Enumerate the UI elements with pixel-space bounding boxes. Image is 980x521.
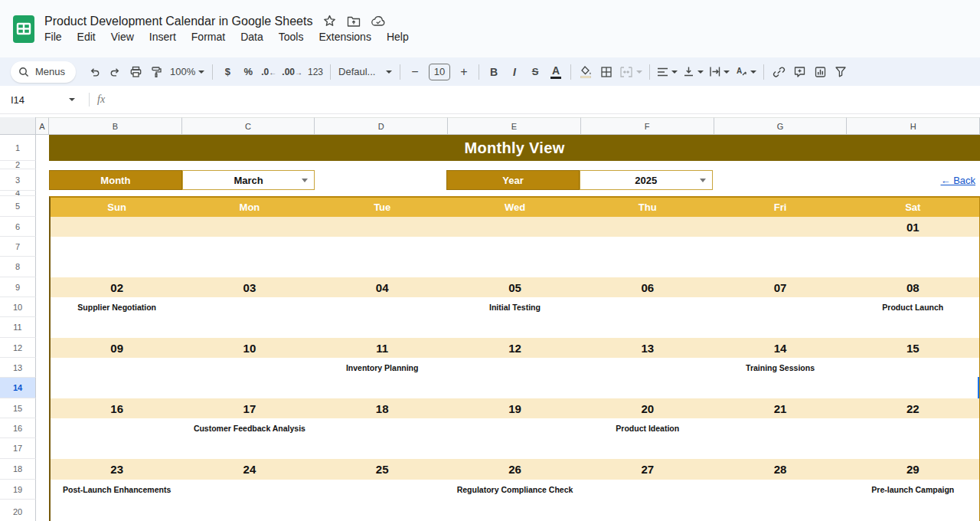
row-header-12[interactable]: 12 bbox=[0, 338, 36, 358]
menu-edit[interactable]: Edit bbox=[71, 30, 102, 44]
date-cell-fri[interactable]: 28 bbox=[714, 459, 846, 480]
date-cell-tue[interactable]: 18 bbox=[316, 398, 449, 418]
event-cell-thu[interactable] bbox=[581, 358, 714, 378]
format-percent-button[interactable]: % bbox=[238, 62, 258, 82]
row-header-19[interactable]: 19 bbox=[0, 480, 36, 500]
menu-extensions[interactable]: Extensions bbox=[312, 30, 377, 44]
cell-A1[interactable] bbox=[36, 135, 49, 161]
row-header-14[interactable]: 14 bbox=[0, 378, 36, 398]
event-cell-wed[interactable]: Initial Testing bbox=[449, 297, 581, 317]
select-all-corner[interactable] bbox=[0, 117, 36, 135]
menu-file[interactable]: File bbox=[38, 30, 68, 44]
row-header-1[interactable]: 1 bbox=[0, 135, 36, 161]
cell-A14[interactable] bbox=[36, 378, 49, 398]
horizontal-align-button[interactable] bbox=[655, 62, 680, 82]
date-cell-wed[interactable] bbox=[449, 217, 581, 237]
row-header-15[interactable]: 15 bbox=[0, 398, 36, 418]
day-header-mon[interactable]: Mon bbox=[183, 198, 315, 217]
event-cell-mon[interactable] bbox=[183, 480, 315, 500]
menu-data[interactable]: Data bbox=[234, 30, 270, 44]
date-cell-sat[interactable]: 08 bbox=[847, 277, 979, 297]
undo-button[interactable] bbox=[84, 62, 104, 82]
event-cell-sat[interactable] bbox=[847, 418, 979, 438]
empty-cell[interactable] bbox=[713, 169, 844, 191]
column-header-E[interactable]: E bbox=[448, 117, 581, 135]
date-cell-tue[interactable]: 11 bbox=[316, 338, 449, 358]
menus-search[interactable]: Menus bbox=[11, 61, 76, 83]
cell-A12[interactable] bbox=[36, 338, 49, 358]
row-header-6[interactable]: 6 bbox=[0, 217, 36, 237]
menu-insert[interactable]: Insert bbox=[143, 30, 182, 44]
date-cell-fri[interactable]: 14 bbox=[714, 338, 846, 358]
format-currency-button[interactable]: $ bbox=[217, 62, 237, 82]
event-cell-sun[interactable]: Post-Launch Enhancements bbox=[51, 480, 183, 500]
event-cell-sun[interactable] bbox=[51, 358, 183, 378]
event-cell-tue[interactable]: Inventory Planning bbox=[316, 358, 449, 378]
event-cell-sun[interactable] bbox=[51, 418, 183, 438]
date-cell-sun[interactable]: 09 bbox=[51, 338, 183, 358]
insert-comment-button[interactable] bbox=[789, 62, 809, 82]
date-cell-wed[interactable]: 19 bbox=[449, 398, 581, 418]
event-cell-mon[interactable] bbox=[183, 297, 315, 317]
row-header-7[interactable]: 7 bbox=[0, 237, 36, 257]
event-cell-mon[interactable] bbox=[183, 237, 315, 257]
text-rotation-button[interactable]: A bbox=[733, 62, 759, 82]
event-cell-sun[interactable] bbox=[51, 237, 183, 257]
row-header-2[interactable]: 2 bbox=[0, 161, 36, 169]
row-header-4[interactable]: 4 bbox=[0, 191, 36, 196]
date-cell-sun[interactable]: 23 bbox=[51, 459, 183, 480]
cell-A19[interactable] bbox=[36, 480, 49, 500]
cell-A9[interactable] bbox=[36, 277, 49, 297]
date-cell-tue[interactable]: 04 bbox=[316, 277, 449, 297]
date-cell-tue[interactable]: 25 bbox=[316, 459, 449, 480]
date-cell-tue[interactable] bbox=[316, 217, 449, 237]
date-cell-fri[interactable]: 07 bbox=[714, 277, 846, 297]
date-cell-sun[interactable]: 16 bbox=[51, 398, 183, 418]
event-cell-wed[interactable] bbox=[449, 237, 581, 257]
row-header-5[interactable]: 5 bbox=[0, 196, 36, 217]
event-cell-sat[interactable] bbox=[847, 237, 979, 257]
day-header-fri[interactable]: Fri bbox=[714, 198, 846, 217]
cell-A18[interactable] bbox=[36, 459, 49, 480]
empty-cell[interactable] bbox=[315, 169, 446, 191]
date-cell-mon[interactable]: 17 bbox=[183, 398, 315, 418]
fill-color-button[interactable] bbox=[576, 62, 596, 82]
decrease-decimal-button[interactable]: .0← bbox=[259, 62, 279, 82]
cell-A6[interactable] bbox=[36, 217, 49, 237]
cell-A11[interactable] bbox=[36, 317, 49, 338]
date-cell-sat[interactable]: 01 bbox=[847, 217, 979, 237]
event-cell-wed[interactable] bbox=[449, 358, 581, 378]
column-header-F[interactable]: F bbox=[581, 117, 714, 135]
menu-format[interactable]: Format bbox=[185, 30, 231, 44]
cloud-saved-icon[interactable] bbox=[371, 15, 386, 27]
event-cell-tue[interactable] bbox=[316, 237, 449, 257]
event-cell-fri[interactable] bbox=[714, 480, 846, 500]
row-header-11[interactable]: 11 bbox=[0, 317, 36, 338]
date-cell-fri[interactable]: 21 bbox=[714, 398, 846, 418]
cell-A20[interactable] bbox=[36, 500, 49, 521]
date-cell-thu[interactable]: 20 bbox=[581, 398, 714, 418]
font-size-input[interactable]: 10 bbox=[429, 64, 450, 80]
date-cell-mon[interactable]: 10 bbox=[183, 338, 315, 358]
strikethrough-button[interactable]: S bbox=[525, 62, 545, 82]
event-cell-wed[interactable]: Regulatory Compliance Check bbox=[449, 480, 581, 500]
year-select[interactable]: 2025 bbox=[580, 170, 713, 190]
document-title[interactable]: Product Development Calendar in Google S… bbox=[44, 15, 312, 28]
date-cell-mon[interactable]: 03 bbox=[183, 277, 315, 297]
event-cell-fri[interactable]: Training Sessions bbox=[714, 358, 846, 378]
event-cell-sat[interactable]: Pre-launch Campaign bbox=[847, 480, 979, 500]
event-cell-thu[interactable] bbox=[581, 297, 714, 317]
cell-A4[interactable] bbox=[36, 191, 49, 196]
decrease-font-size-button[interactable]: − bbox=[405, 62, 425, 82]
cell-A3[interactable] bbox=[36, 169, 49, 191]
event-cell-mon[interactable]: Customer Feedback Analysis bbox=[183, 418, 315, 438]
date-cell-wed[interactable]: 12 bbox=[449, 338, 581, 358]
borders-button[interactable] bbox=[596, 62, 616, 82]
cell-A7[interactable] bbox=[36, 237, 49, 257]
cell-A15[interactable] bbox=[36, 398, 49, 418]
menu-view[interactable]: View bbox=[105, 30, 140, 44]
event-cell-sun[interactable]: Supplier Negotiation bbox=[51, 297, 183, 317]
date-cell-thu[interactable]: 06 bbox=[581, 277, 714, 297]
bold-button[interactable]: B bbox=[484, 62, 504, 82]
cell-A17[interactable] bbox=[36, 438, 49, 459]
